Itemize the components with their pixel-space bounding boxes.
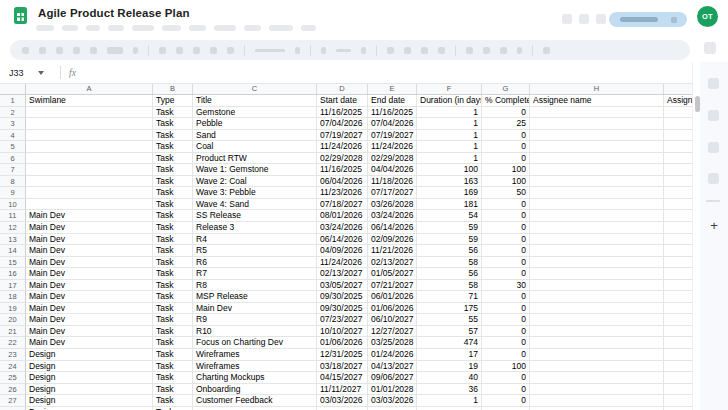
cell-H17[interactable] — [530, 280, 664, 292]
cell-H1[interactable]: Assignee name — [530, 95, 664, 107]
cell-C24[interactable]: Wireframes — [193, 361, 317, 373]
cell-C6[interactable]: Product RTW — [193, 153, 317, 165]
cell-A9[interactable] — [26, 187, 153, 199]
cell-D13[interactable]: 06/14/2026 — [317, 234, 368, 246]
cell-F26[interactable]: 36 — [417, 384, 482, 396]
cell-F15[interactable]: 58 — [417, 257, 482, 269]
cell-D19[interactable]: 09/30/2025 — [317, 303, 368, 315]
cell-F4[interactable]: 1 — [417, 130, 482, 142]
cell-E1[interactable]: End date — [368, 95, 417, 107]
cell-H9[interactable] — [530, 187, 664, 199]
cell-G17[interactable]: 30 — [482, 280, 530, 292]
cell-E21[interactable]: 12/27/2027 — [368, 326, 417, 338]
cell-E13[interactable]: 02/09/2026 — [368, 234, 417, 246]
column-header-F[interactable]: F — [417, 84, 482, 94]
cell-D21[interactable]: 10/10/2027 — [317, 326, 368, 338]
row-header-1[interactable]: 1 — [0, 95, 26, 107]
cell-G2[interactable]: 0 — [482, 107, 530, 119]
cell-I23[interactable] — [664, 349, 692, 361]
cell-D25[interactable]: 04/15/2027 — [317, 372, 368, 384]
cell-C10[interactable]: Wave 4: Sand — [193, 199, 317, 211]
cell-B6[interactable]: Task — [153, 153, 193, 165]
cell-I7[interactable] — [664, 164, 692, 176]
cell-B24[interactable]: Task — [153, 361, 193, 373]
cell-A18[interactable]: Main Dev — [26, 291, 153, 303]
cell-A16[interactable]: Main Dev — [26, 268, 153, 280]
cell-B9[interactable]: Task — [153, 187, 193, 199]
cell-G24[interactable]: 100 — [482, 361, 530, 373]
cell-A8[interactable] — [26, 176, 153, 188]
cell-E23[interactable]: 01/24/2026 — [368, 349, 417, 361]
cell-A4[interactable] — [26, 130, 153, 142]
cell-D18[interactable]: 09/30/2025 — [317, 291, 368, 303]
cell-C22[interactable]: Focus on Charting Dev — [193, 337, 317, 349]
cell-G23[interactable]: 0 — [482, 349, 530, 361]
cell-H11[interactable] — [530, 210, 664, 222]
cell-B2[interactable]: Task — [153, 107, 193, 119]
cell-E6[interactable]: 02/29/2028 — [368, 153, 417, 165]
cell-A20[interactable]: Main Dev — [26, 314, 153, 326]
cell-G12[interactable]: 0 — [482, 222, 530, 234]
row-header-12[interactable]: 12 — [0, 222, 26, 234]
vertical-scrollbar[interactable] — [692, 62, 700, 410]
cell-A12[interactable]: Main Dev — [26, 222, 153, 234]
row-header-23[interactable]: 23 — [0, 349, 26, 361]
cell-E17[interactable]: 07/21/2027 — [368, 280, 417, 292]
cell-H4[interactable] — [530, 130, 664, 142]
cell-G5[interactable]: 0 — [482, 141, 530, 153]
cell-D2[interactable]: 11/16/2025 — [317, 107, 368, 119]
cell-C7[interactable]: Wave 1: Gemstone — [193, 164, 317, 176]
cell-B7[interactable]: Task — [153, 164, 193, 176]
cell-I1[interactable]: Assignee — [664, 95, 692, 107]
cell-C27[interactable]: Customer Feedback — [193, 395, 317, 407]
cell-B23[interactable]: Task — [153, 349, 193, 361]
cell-A7[interactable] — [26, 164, 153, 176]
cell-F7[interactable]: 100 — [417, 164, 482, 176]
cell-C20[interactable]: R9 — [193, 314, 317, 326]
cell-H6[interactable] — [530, 153, 664, 165]
name-box[interactable]: J33 — [0, 68, 58, 78]
cell-A15[interactable]: Main Dev — [26, 257, 153, 269]
cell-F10[interactable]: 181 — [417, 199, 482, 211]
cell-G18[interactable]: 0 — [482, 291, 530, 303]
cell-H5[interactable] — [530, 141, 664, 153]
column-header-C[interactable]: C — [193, 84, 317, 94]
cell-C12[interactable]: Release 3 — [193, 222, 317, 234]
cell-A5[interactable] — [26, 141, 153, 153]
cell-B14[interactable]: Task — [153, 245, 193, 257]
document-title[interactable]: Agile Product Release Plan — [38, 7, 190, 19]
cell-B10[interactable]: Task — [153, 199, 193, 211]
cell-F1[interactable]: Duration (in days) — [417, 95, 482, 107]
cell-I21[interactable] — [664, 326, 692, 338]
cell-G8[interactable]: 100 — [482, 176, 530, 188]
cell-F22[interactable]: 474 — [417, 337, 482, 349]
cell-F19[interactable]: 175 — [417, 303, 482, 315]
cell-G19[interactable]: 0 — [482, 303, 530, 315]
cell-F18[interactable]: 71 — [417, 291, 482, 303]
cell-B12[interactable]: Task — [153, 222, 193, 234]
row-header-16[interactable]: 16 — [0, 268, 26, 280]
cell-E15[interactable]: 02/13/2027 — [368, 257, 417, 269]
sheets-logo-icon[interactable] — [14, 7, 27, 24]
cell-C18[interactable]: MSP Release — [193, 291, 317, 303]
cell-B25[interactable]: Task — [153, 372, 193, 384]
cell-G21[interactable]: 0 — [482, 326, 530, 338]
cell-E12[interactable]: 06/14/2026 — [368, 222, 417, 234]
row-header-10[interactable]: 10 — [0, 199, 26, 211]
cell-E10[interactable]: 03/26/2028 — [368, 199, 417, 211]
column-header-G[interactable]: G — [482, 84, 530, 94]
cell-A14[interactable]: Main Dev — [26, 245, 153, 257]
cell-C9[interactable]: Wave 3: Pebble — [193, 187, 317, 199]
row-header-27[interactable]: 27 — [0, 395, 26, 407]
cell-H24[interactable] — [530, 361, 664, 373]
cell-G15[interactable]: 0 — [482, 257, 530, 269]
cell-A24[interactable]: Design — [26, 361, 153, 373]
row-header-4[interactable]: 4 — [0, 130, 26, 142]
cell-D17[interactable]: 03/05/2027 — [317, 280, 368, 292]
scrollbar-thumb[interactable] — [695, 96, 700, 112]
cell-I13[interactable] — [664, 234, 692, 246]
cell-D23[interactable]: 12/31/2025 — [317, 349, 368, 361]
column-header-I[interactable] — [664, 84, 692, 94]
cell-B19[interactable]: Task — [153, 303, 193, 315]
row-header-14[interactable]: 14 — [0, 245, 26, 257]
